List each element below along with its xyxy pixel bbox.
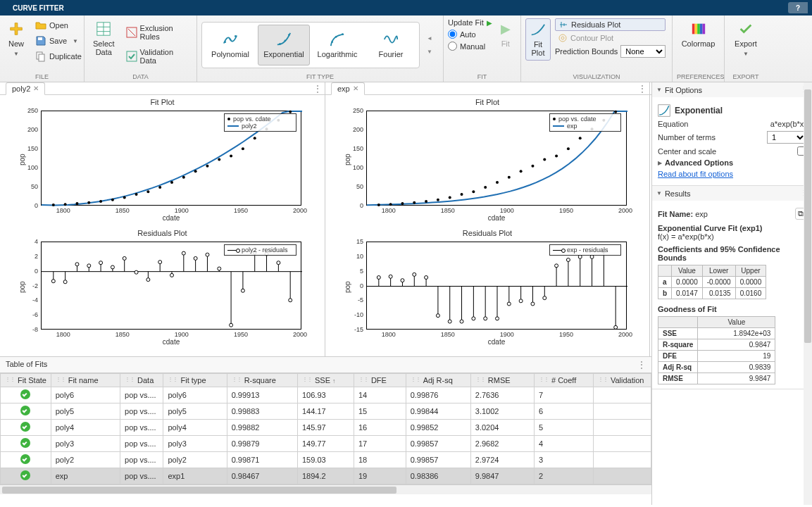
tab-poly2[interactable]: poly2✕ [6, 82, 45, 95]
col-header[interactable]: ⋮⋮Adj R-sq [406, 374, 470, 387]
table-row[interactable]: poly4pop vs....poly40.99882145.97160.998… [1, 420, 651, 436]
manual-radio[interactable]: Manual [448, 42, 492, 51]
svg-point-103 [496, 181, 499, 184]
svg-line-8 [128, 29, 135, 36]
prediction-bounds-select[interactable]: None [620, 45, 666, 58]
section-title: Results [665, 189, 691, 198]
panel-menu[interactable]: ⋮ [637, 360, 646, 370]
panel-menu[interactable]: ⋮ [638, 84, 647, 94]
colormap-button[interactable]: Colormap [677, 18, 720, 51]
svg-point-16 [331, 41, 333, 43]
fittype-exponential[interactable]: Exponential [258, 25, 310, 65]
exclusion-rules-button[interactable]: Exclusion Rules [123, 23, 192, 42]
svg-point-52 [51, 280, 55, 283]
table-row[interactable]: exppop vs....exp10.984671894.2190.983869… [1, 468, 651, 484]
advanced-options[interactable]: Advanced Options [665, 158, 733, 167]
app-tab[interactable]: CURVE FITTER [4, 1, 73, 15]
vertical-scrollbar[interactable] [804, 82, 812, 505]
plus-icon [8, 21, 24, 37]
help-button[interactable] [788, 2, 808, 13]
fitplot-icon [530, 22, 546, 37]
svg-point-108 [555, 155, 558, 158]
col-header[interactable]: ⋮⋮SSE ↑ [298, 374, 354, 387]
open-button[interactable]: Open [32, 18, 85, 32]
svg-point-105 [520, 170, 523, 173]
residuals-plot-button[interactable]: Residuals Plot [555, 18, 666, 31]
right-panel: ▼Fit Options⋮ Exponential Equationa*exp(… [651, 82, 812, 505]
save-button[interactable]: Save▼ [32, 34, 85, 48]
svg-rect-24 [692, 24, 694, 35]
svg-point-15 [288, 34, 290, 36]
fittype-fourier[interactable]: Fourier [365, 25, 417, 65]
col-header[interactable]: ⋮⋮R-square [227, 374, 297, 387]
table-of-fits: Table of Fits⋮ ⋮⋮Fit State⋮⋮Fit name⋮⋮Da… [0, 357, 651, 494]
svg-point-138 [507, 302, 511, 306]
fittype-more[interactable]: ◄▼ [424, 35, 435, 55]
play-icon: ▶ [501, 21, 511, 37]
fitplot-button[interactable]: Fit Plot [525, 18, 551, 61]
validation-data-button[interactable]: Validation Data [123, 46, 192, 66]
svg-point-10 [224, 41, 226, 43]
table-row[interactable]: poly6pop vs....poly60.99913106.93140.998… [1, 387, 651, 403]
svg-point-54 [63, 280, 67, 284]
export-button[interactable]: Export▼ [730, 18, 761, 60]
ribbon: New ▼ Open Save▼ Duplicate FILE Select D… [0, 15, 812, 82]
expand-icon[interactable]: ▶ [658, 160, 662, 166]
auto-radio[interactable]: Auto [448, 30, 492, 39]
select-data-button[interactable]: Select Data [89, 18, 119, 59]
svg-point-102 [484, 186, 487, 189]
svg-point-109 [567, 147, 570, 150]
polynomial-icon [223, 32, 238, 47]
ok-icon [20, 406, 30, 415]
svg-point-100 [461, 193, 463, 196]
col-header[interactable]: ⋮⋮DFE [354, 374, 406, 387]
fit-button: ▶ Fit [496, 18, 515, 51]
new-button[interactable]: New ▼ [4, 18, 28, 60]
svg-point-124 [425, 276, 428, 280]
tab-exp[interactable]: exp✕ [331, 82, 365, 95]
col-header[interactable]: ⋮⋮# Coeff [534, 374, 593, 387]
col-header[interactable]: ⋮⋮Fit name [51, 374, 120, 387]
svg-point-11 [230, 39, 232, 41]
svg-point-62 [111, 265, 114, 269]
collapse-icon[interactable]: ▼ [656, 87, 662, 93]
col-header[interactable]: ⋮⋮Validation [593, 374, 651, 387]
svg-rect-26 [697, 24, 700, 35]
collapse-icon[interactable]: ▼ [656, 190, 662, 196]
ok-icon [20, 454, 30, 464]
col-header[interactable]: ⋮⋮Fit State [1, 374, 51, 387]
svg-point-74 [182, 251, 185, 255]
fittype-polynomial[interactable]: Polynomial [204, 25, 256, 65]
svg-point-126 [436, 314, 439, 318]
fit-options-help-link[interactable]: Read about fit options [658, 170, 733, 178]
fourier-icon [383, 32, 399, 47]
svg-point-33 [99, 200, 102, 203]
svg-point-93 [377, 204, 380, 206]
horizontal-scrollbar[interactable] [0, 484, 651, 494]
table-row[interactable]: poly2pop vs....poly20.99871159.03180.998… [1, 452, 651, 468]
table-row[interactable]: poly3pop vs....poly30.99879149.77170.998… [1, 436, 651, 452]
svg-point-84 [241, 289, 244, 292]
close-icon[interactable]: ✕ [353, 84, 358, 92]
duplicate-button[interactable]: Duplicate [32, 49, 85, 63]
num-terms-select[interactable]: 1 [767, 131, 806, 144]
svg-point-36 [135, 193, 138, 196]
svg-point-101 [472, 190, 475, 193]
fittype-logarithmic[interactable]: Logarithmic [311, 25, 363, 65]
col-header[interactable]: ⋮⋮Data [120, 374, 163, 387]
col-header[interactable]: ⋮⋮Fit type [163, 374, 227, 387]
panel-menu[interactable]: ⋮ [313, 84, 322, 94]
svg-point-45 [242, 147, 244, 150]
svg-point-18 [342, 33, 344, 35]
validation-icon [126, 51, 137, 62]
table-row[interactable]: poly5pop vs....poly50.99883144.17150.998… [1, 403, 651, 420]
colormap-icon [691, 21, 706, 37]
svg-point-94 [389, 203, 392, 206]
col-header[interactable]: ⋮⋮RMSE [470, 374, 534, 387]
ok-icon [20, 389, 30, 399]
svg-rect-0 [38, 37, 42, 40]
svg-point-78 [206, 253, 209, 256]
close-icon[interactable]: ✕ [33, 84, 39, 92]
svg-point-44 [230, 155, 232, 158]
contour-plot-button[interactable]: Contour Plot [555, 32, 666, 44]
